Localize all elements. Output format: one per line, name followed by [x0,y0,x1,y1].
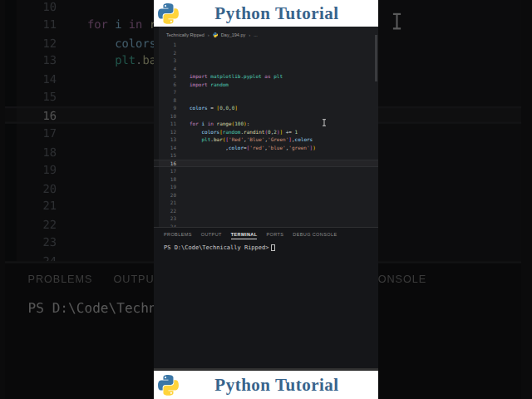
line-number: 15 [5,87,57,106]
code-text [176,49,190,57]
code-text [176,112,190,121]
code-line-7[interactable]: 7 [154,88,378,96]
code-text [176,214,190,223]
code-line-14[interactable]: 14 ,color=['red','blue','green']) [154,144,378,152]
line-number: 1 [154,41,176,49]
line-number: 16 [154,160,176,168]
code-line-18[interactable]: 18 [154,175,378,184]
line-number: 17 [154,167,176,175]
panel-tabs: PROBLEMSOUTPUTTERMINALPORTSDEBUG CONSOLE [154,228,378,239]
code-text [176,65,190,73]
line-number: 18 [5,142,57,160]
foreground-editor: Technically Ripped › Day_194.py › ... 12… [154,27,378,371]
code-line-15[interactable]: 15 [154,151,378,160]
code-line-4[interactable]: 4 [154,65,378,73]
line-number: 11 [5,15,57,33]
code-line-20[interactable]: 20 [154,191,378,200]
code-lines[interactable]: 12345import matplotlib.pyplot as plt6imp… [154,41,378,227]
code-text [176,175,190,184]
code-text [176,167,190,175]
scrollbar[interactable] [375,35,377,81]
code-line-17[interactable]: 17 [154,167,378,175]
line-number: 4 [154,65,176,73]
line-number: 10 [154,112,176,121]
python-file-icon [213,32,218,37]
line-number: 12 [154,128,176,136]
line-number: 18 [154,175,176,184]
code-line-9[interactable]: 9colors = [0,0,0] [154,104,378,112]
panel-tab-output[interactable]: OUTPUT [201,232,222,239]
code-text: import matplotlib.pyplot as plt [176,72,283,81]
line-number: 22 [154,207,176,215]
code-text [176,199,190,207]
code-line-8[interactable]: 8 [154,96,378,105]
code-text [57,160,87,178]
code-text: colors[random.randint(0,2)] += 1 [176,128,298,136]
code-line-3[interactable]: 3 [154,57,378,65]
line-number: 9 [154,104,176,112]
line-number: 21 [5,196,57,214]
code-text [176,160,190,168]
line-number: 22 [5,214,57,233]
line-number: 23 [154,214,176,223]
code-text [176,183,190,191]
python-logo-icon [158,375,179,396]
line-number: 21 [154,199,176,207]
line-number: 10 [5,0,57,15]
chevron-right-icon: › [208,32,209,37]
line-number: 24 [5,251,57,262]
line-number: 23 [5,233,57,251]
line-number: 3 [154,57,176,65]
panel-tab-ports[interactable]: PORTS [266,232,283,239]
code-text [176,96,190,105]
code-line-19[interactable]: 19 [154,183,378,191]
line-number: 7 [154,88,176,96]
line-number: 13 [5,51,57,69]
line-number: 6 [154,81,176,89]
code-line-2[interactable]: 2 [154,49,378,57]
code-line-11[interactable]: 11for i in range(100): [154,120,378,128]
code-text [57,196,87,214]
line-number: 20 [5,178,57,196]
code-text [176,191,190,200]
code-text [176,88,190,96]
code-text [176,57,190,65]
line-number: 20 [154,191,176,200]
code-line-5[interactable]: 5import matplotlib.pyplot as plt [154,72,378,81]
code-text [57,124,87,142]
code-text [57,0,87,15]
code-text [57,106,87,124]
code-line-21[interactable]: 21 [154,199,378,207]
code-line-13[interactable]: 13 plt.bar(['Red','Blue','Green'],colors [154,135,378,144]
panel-tab-terminal[interactable]: TERMINAL [231,232,258,239]
banner-title: Python Tutorial [179,375,378,396]
panel-tab-problems[interactable]: PROBLEMS [164,232,192,239]
terminal-cursor [271,244,275,251]
line-number: 14 [154,144,176,152]
line-number: 16 [5,106,57,124]
code-line-10[interactable]: 10 [154,112,378,121]
code-line-6[interactable]: 6import random [154,81,378,89]
top-banner: Python Tutorial [154,0,378,27]
breadcrumb-ellipsis[interactable]: ... [254,32,258,37]
breadcrumb-folder[interactable]: Technically Ripped [166,32,204,37]
code-line-16[interactable]: 16 [154,160,378,168]
breadcrumb-file[interactable]: Day_194.py [221,32,245,37]
code-text [176,151,190,160]
line-number: 2 [154,49,176,57]
code-text [57,87,87,106]
mouse-ibeam-cursor [392,12,403,30]
code-line-22[interactable]: 22 [154,207,378,215]
code-line-1[interactable]: 1 [154,41,378,49]
terminal[interactable]: PS D:\Code\Technically Ripped> [154,244,378,251]
vscode-window: Technically Ripped › Day_194.py › ... 12… [154,27,378,371]
mouse-ibeam-cursor [322,119,327,126]
code-line-23[interactable]: 23 [154,214,378,223]
code-text [57,214,87,233]
code-line-12[interactable]: 12 colors[random.randint(0,2)] += 1 [154,128,378,136]
code-text [57,233,87,251]
line-number: 8 [154,96,176,105]
code-text: ,color=['red','blue','green']) [176,144,316,152]
panel-tab-debug-console[interactable]: DEBUG CONSOLE [293,232,337,239]
line-number: 14 [5,69,57,87]
